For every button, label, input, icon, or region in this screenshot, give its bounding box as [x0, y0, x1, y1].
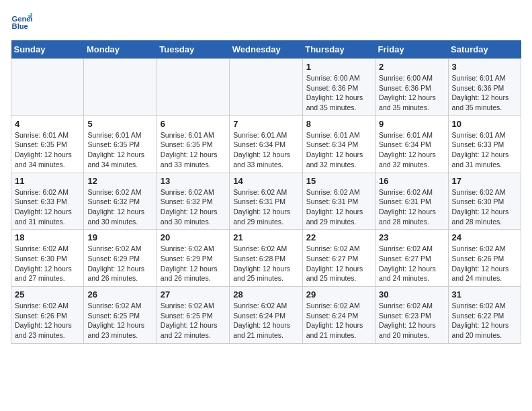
day-info: Sunrise: 6:02 AM Sunset: 6:28 PM Dayligh…	[233, 244, 298, 283]
calendar-cell: 19Sunrise: 6:02 AM Sunset: 6:29 PM Dayli…	[84, 230, 157, 287]
calendar-cell: 4Sunrise: 6:01 AM Sunset: 6:35 PM Daylig…	[11, 116, 84, 173]
calendar-cell: 6Sunrise: 6:01 AM Sunset: 6:35 PM Daylig…	[157, 116, 229, 173]
day-number: 10	[452, 119, 517, 129]
calendar-cell: 12Sunrise: 6:02 AM Sunset: 6:32 PM Dayli…	[84, 173, 157, 230]
day-info: Sunrise: 6:01 AM Sunset: 6:33 PM Dayligh…	[452, 130, 517, 170]
day-info: Sunrise: 6:02 AM Sunset: 6:33 PM Dayligh…	[15, 187, 80, 227]
day-number: 23	[379, 232, 444, 242]
calendar-week-row: 18Sunrise: 6:02 AM Sunset: 6:30 PM Dayli…	[11, 230, 521, 287]
day-info: Sunrise: 6:01 AM Sunset: 6:34 PM Dayligh…	[306, 130, 371, 170]
weekday-header: Sunday	[11, 40, 84, 59]
day-number: 31	[452, 289, 517, 300]
day-info: Sunrise: 6:02 AM Sunset: 6:26 PM Dayligh…	[452, 244, 517, 283]
day-info: Sunrise: 6:02 AM Sunset: 6:24 PM Dayligh…	[306, 301, 371, 340]
day-number: 20	[161, 232, 226, 242]
day-number: 14	[233, 176, 298, 186]
day-number: 21	[233, 232, 298, 242]
day-number: 7	[233, 119, 298, 129]
day-number: 30	[379, 289, 444, 300]
day-info: Sunrise: 6:01 AM Sunset: 6:36 PM Dayligh…	[452, 73, 517, 113]
day-number: 13	[161, 176, 226, 186]
calendar-cell: 11Sunrise: 6:02 AM Sunset: 6:33 PM Dayli…	[11, 173, 84, 230]
day-number: 9	[379, 119, 444, 129]
calendar-week-row: 4Sunrise: 6:01 AM Sunset: 6:35 PM Daylig…	[11, 116, 521, 173]
day-info: Sunrise: 6:02 AM Sunset: 6:23 PM Dayligh…	[379, 301, 444, 340]
calendar-table: SundayMondayTuesdayWednesdayThursdayFrid…	[11, 40, 521, 344]
calendar-cell	[84, 59, 157, 116]
day-number: 6	[161, 119, 226, 129]
calendar-cell: 17Sunrise: 6:02 AM Sunset: 6:30 PM Dayli…	[448, 173, 521, 230]
day-number: 5	[87, 119, 152, 129]
calendar-week-row: 1Sunrise: 6:00 AM Sunset: 6:36 PM Daylig…	[11, 59, 521, 116]
calendar-cell: 24Sunrise: 6:02 AM Sunset: 6:26 PM Dayli…	[448, 230, 521, 287]
day-info: Sunrise: 6:02 AM Sunset: 6:31 PM Dayligh…	[306, 187, 371, 227]
day-number: 12	[87, 176, 152, 186]
calendar-cell: 14Sunrise: 6:02 AM Sunset: 6:31 PM Dayli…	[230, 173, 302, 230]
calendar-cell: 1Sunrise: 6:00 AM Sunset: 6:36 PM Daylig…	[302, 59, 375, 116]
calendar-cell: 25Sunrise: 6:02 AM Sunset: 6:26 PM Dayli…	[11, 287, 84, 344]
day-number: 22	[306, 232, 371, 242]
day-info: Sunrise: 6:01 AM Sunset: 6:35 PM Dayligh…	[161, 130, 226, 170]
day-info: Sunrise: 6:02 AM Sunset: 6:26 PM Dayligh…	[15, 301, 80, 340]
weekday-header: Tuesday	[157, 40, 229, 59]
calendar-cell: 5Sunrise: 6:01 AM Sunset: 6:35 PM Daylig…	[84, 116, 157, 173]
svg-text:Blue: Blue	[12, 22, 28, 30]
calendar-cell	[230, 59, 302, 116]
calendar-cell: 10Sunrise: 6:01 AM Sunset: 6:33 PM Dayli…	[448, 116, 521, 173]
day-number: 17	[452, 176, 517, 186]
day-info: Sunrise: 6:02 AM Sunset: 6:29 PM Dayligh…	[161, 244, 226, 283]
day-number: 26	[87, 289, 152, 300]
weekday-header: Saturday	[448, 40, 521, 59]
day-info: Sunrise: 6:02 AM Sunset: 6:27 PM Dayligh…	[379, 244, 444, 283]
calendar-cell: 29Sunrise: 6:02 AM Sunset: 6:24 PM Dayli…	[302, 287, 375, 344]
weekday-header: Thursday	[302, 40, 375, 59]
day-info: Sunrise: 6:02 AM Sunset: 6:32 PM Dayligh…	[87, 187, 152, 227]
day-info: Sunrise: 6:02 AM Sunset: 6:31 PM Dayligh…	[233, 187, 298, 227]
day-info: Sunrise: 6:02 AM Sunset: 6:32 PM Dayligh…	[161, 187, 226, 227]
day-info: Sunrise: 6:02 AM Sunset: 6:24 PM Dayligh…	[233, 301, 298, 340]
calendar-cell: 23Sunrise: 6:02 AM Sunset: 6:27 PM Dayli…	[375, 230, 448, 287]
logo-icon: General Blue	[11, 11, 32, 32]
day-number: 11	[15, 176, 80, 186]
day-info: Sunrise: 6:02 AM Sunset: 6:25 PM Dayligh…	[161, 301, 226, 340]
calendar-cell: 2Sunrise: 6:00 AM Sunset: 6:36 PM Daylig…	[375, 59, 448, 116]
calendar-cell: 30Sunrise: 6:02 AM Sunset: 6:23 PM Dayli…	[375, 287, 448, 344]
day-info: Sunrise: 6:02 AM Sunset: 6:29 PM Dayligh…	[87, 244, 152, 283]
calendar-cell: 9Sunrise: 6:01 AM Sunset: 6:34 PM Daylig…	[375, 116, 448, 173]
day-number: 28	[233, 289, 298, 300]
calendar-cell: 15Sunrise: 6:02 AM Sunset: 6:31 PM Dayli…	[302, 173, 375, 230]
calendar-cell: 21Sunrise: 6:02 AM Sunset: 6:28 PM Dayli…	[230, 230, 302, 287]
day-info: Sunrise: 6:02 AM Sunset: 6:27 PM Dayligh…	[306, 244, 371, 283]
calendar-cell: 28Sunrise: 6:02 AM Sunset: 6:24 PM Dayli…	[230, 287, 302, 344]
day-number: 3	[452, 62, 517, 72]
day-info: Sunrise: 6:02 AM Sunset: 6:30 PM Dayligh…	[15, 244, 80, 283]
day-number: 15	[306, 176, 371, 186]
day-info: Sunrise: 6:00 AM Sunset: 6:36 PM Dayligh…	[306, 73, 371, 113]
day-info: Sunrise: 6:02 AM Sunset: 6:31 PM Dayligh…	[379, 187, 444, 227]
calendar-cell: 7Sunrise: 6:01 AM Sunset: 6:34 PM Daylig…	[230, 116, 302, 173]
calendar-cell: 31Sunrise: 6:02 AM Sunset: 6:22 PM Dayli…	[448, 287, 521, 344]
day-info: Sunrise: 6:02 AM Sunset: 6:22 PM Dayligh…	[452, 301, 517, 340]
calendar-cell	[11, 59, 84, 116]
day-number: 24	[452, 232, 517, 242]
calendar-cell: 13Sunrise: 6:02 AM Sunset: 6:32 PM Dayli…	[157, 173, 229, 230]
day-number: 19	[87, 232, 152, 242]
logo: General Blue	[11, 11, 35, 32]
day-info: Sunrise: 6:02 AM Sunset: 6:25 PM Dayligh…	[87, 301, 152, 340]
day-info: Sunrise: 6:01 AM Sunset: 6:34 PM Dayligh…	[379, 130, 444, 170]
calendar-cell	[157, 59, 229, 116]
day-number: 29	[306, 289, 371, 300]
calendar-cell: 20Sunrise: 6:02 AM Sunset: 6:29 PM Dayli…	[157, 230, 229, 287]
calendar-cell: 18Sunrise: 6:02 AM Sunset: 6:30 PM Dayli…	[11, 230, 84, 287]
day-info: Sunrise: 6:01 AM Sunset: 6:35 PM Dayligh…	[15, 130, 80, 170]
day-number: 2	[379, 62, 444, 72]
day-info: Sunrise: 6:01 AM Sunset: 6:35 PM Dayligh…	[87, 130, 152, 170]
calendar-cell: 26Sunrise: 6:02 AM Sunset: 6:25 PM Dayli…	[84, 287, 157, 344]
weekday-header: Wednesday	[230, 40, 302, 59]
day-number: 1	[306, 62, 371, 72]
weekday-header: Friday	[375, 40, 448, 59]
calendar-body: 1Sunrise: 6:00 AM Sunset: 6:36 PM Daylig…	[11, 59, 521, 344]
weekday-header: Monday	[84, 40, 157, 59]
day-info: Sunrise: 6:00 AM Sunset: 6:36 PM Dayligh…	[379, 73, 444, 113]
day-number: 16	[379, 176, 444, 186]
